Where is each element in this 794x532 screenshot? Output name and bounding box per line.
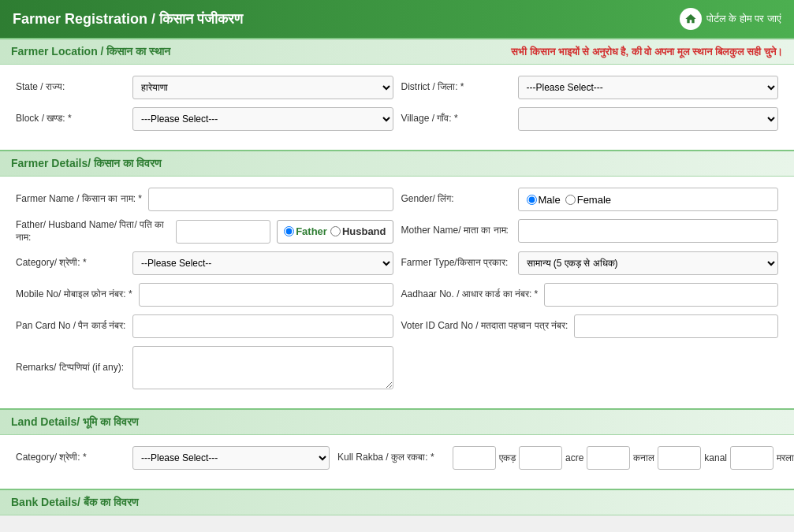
state-label: State / राज्य: xyxy=(16,81,126,94)
voter-group: Voter ID Card No / मतदाता पहचान पत्र नंब… xyxy=(401,314,779,338)
gender-label: Gender/ लिंग: xyxy=(401,193,512,206)
remarks-group: Remarks/ टिप्पणियां (if any): xyxy=(16,346,393,389)
husband-radio[interactable] xyxy=(330,226,341,236)
kanal-input[interactable] xyxy=(587,446,630,470)
block-label: Block / खण्ड: * xyxy=(16,113,126,125)
father-husband-toggle: Father Husband xyxy=(277,220,393,244)
father-husband-label: Father/ Husband Name/ पिता/ पति का नाम: xyxy=(16,219,170,244)
farmer-location-header: Farmer Location / किसान का स्थान सभी किस… xyxy=(0,38,794,65)
farmer-details-title: Farmer Details/ किसान का विवरण xyxy=(11,157,162,169)
voter-input[interactable] xyxy=(574,314,778,338)
gender-box: Male Female xyxy=(518,188,779,211)
kanal-en-input[interactable] xyxy=(658,446,701,470)
pan-group: Pan Card No / पैन कार्ड नंबर: xyxy=(16,314,393,338)
farmer-details-header: Farmer Details/ किसान का विवरण xyxy=(0,150,794,177)
kull-rakba-group: Kull Rakba / कुल रकबा: * एकड़ acre कनाल … xyxy=(337,446,794,470)
father-radio-label[interactable]: Father xyxy=(284,225,327,237)
farmer-type-group: Farmer Type/किसान प्रकार: सामान्य (5 एकड… xyxy=(401,251,779,275)
bank-details-title: Bank Details/ बैंक का विवरण xyxy=(11,496,139,508)
page-title: Farmer Registration / किसान पंजीकरण xyxy=(13,11,243,28)
farmer-name-group: Farmer Name / किसान का नाम: * xyxy=(16,188,393,211)
category-label: Category/ श्रेणी: * xyxy=(16,257,126,270)
page-header: Farmer Registration / किसान पंजीकरण पोर्… xyxy=(0,0,794,38)
block-group: Block / खण्ड: * ---Please Select--- xyxy=(16,107,393,131)
ekad-label: एकड़ xyxy=(499,452,516,463)
village-select[interactable] xyxy=(518,107,779,131)
kull-rakba-label: Kull Rakba / कुल रकबा: * xyxy=(337,452,448,464)
category-group: Category/ श्रेणी: * --Please Select-- xyxy=(16,251,393,275)
farmer-location-form: State / राज्य: हारेयाणा District / जिला:… xyxy=(0,65,794,150)
home-link-label: पोर्टल के होम पर जाएं xyxy=(706,13,781,25)
village-group: Village / गाँव: * xyxy=(401,107,779,131)
district-select[interactable]: ---Please Select--- xyxy=(518,76,779,99)
mobile-label: Mobile No/ मोबाइल फ़ोन नंबर: * xyxy=(16,288,132,301)
kanal-label: कनाल xyxy=(633,452,654,463)
home-link[interactable]: पोर्टल के होम पर जाएं xyxy=(680,8,781,30)
land-details-title: Land Details/ भूमि का विवरण xyxy=(11,415,139,428)
state-group: State / राज्य: हारेयाणा xyxy=(16,76,393,99)
farmer-type-label: Farmer Type/किसान प्रकार: xyxy=(401,257,512,270)
father-radio[interactable] xyxy=(284,226,294,236)
pan-label: Pan Card No / पैन कार्ड नंबर: xyxy=(16,320,126,333)
aadhaar-group: Aadhaar No. / आधार कार्ड का नंबर: * xyxy=(401,283,779,307)
remarks-textarea[interactable] xyxy=(132,346,393,389)
marla-input[interactable] xyxy=(730,446,773,470)
bank-details-header: Bank Details/ बैंक का विवरण xyxy=(0,489,794,515)
father-husband-input[interactable] xyxy=(176,220,270,244)
land-details-form: Category/ श्रेणी: * ---Please Select--- … xyxy=(0,435,794,489)
father-husband-group: Father/ Husband Name/ पिता/ पति का नाम: … xyxy=(16,219,393,244)
aadhaar-input[interactable] xyxy=(544,283,778,307)
farmer-location-title: Farmer Location / किसान का स्थान xyxy=(11,45,170,58)
state-select[interactable]: हारेयाणा xyxy=(132,76,393,99)
district-group: District / जिला: * ---Please Select--- xyxy=(401,76,779,99)
gender-male-label[interactable]: Male xyxy=(527,194,561,206)
husband-radio-label[interactable]: Husband xyxy=(330,225,386,237)
village-label: Village / गाँव: * xyxy=(401,113,512,125)
mother-name-group: Mother Name/ माता का नाम: xyxy=(401,219,779,243)
district-label: District / जिला: * xyxy=(401,81,512,94)
block-select[interactable]: ---Please Select--- xyxy=(132,107,393,131)
marla-label: मरला xyxy=(777,452,794,463)
acre-input[interactable] xyxy=(519,446,562,470)
land-category-label: Category/ श्रेणी: * xyxy=(16,452,126,464)
voter-label: Voter ID Card No / मतदाता पहचान पत्र नंब… xyxy=(401,320,568,333)
gender-female-radio[interactable] xyxy=(565,195,576,205)
mother-name-input[interactable] xyxy=(518,219,779,243)
farmer-type-select[interactable]: सामान्य (5 एकड़ से अधिक) xyxy=(518,251,779,275)
farmer-name-input[interactable] xyxy=(148,188,393,211)
gender-group: Gender/ लिंग: Male Female xyxy=(401,188,779,211)
gender-female-label[interactable]: Female xyxy=(565,194,611,206)
category-select[interactable]: --Please Select-- xyxy=(132,251,393,275)
ekad-input[interactable] xyxy=(453,446,496,470)
mother-name-label: Mother Name/ माता का नाम: xyxy=(401,225,512,237)
remarks-label: Remarks/ टिप्पणियां (if any): xyxy=(16,362,126,374)
acre-label: acre xyxy=(565,452,583,463)
pan-input[interactable] xyxy=(132,314,393,338)
land-category-group: Category/ श्रेणी: * ---Please Select--- xyxy=(16,446,330,470)
mobile-group: Mobile No/ मोबाइल फ़ोन नंबर: * xyxy=(16,283,393,307)
land-category-select[interactable]: ---Please Select--- xyxy=(132,446,330,470)
farmer-name-label: Farmer Name / किसान का नाम: * xyxy=(16,193,142,206)
kanal-en-label: kanal xyxy=(704,452,727,463)
kull-inputs: एकड़ acre कनाल kanal मरला marla xyxy=(453,446,794,470)
aadhaar-label: Aadhaar No. / आधार कार्ड का नंबर: * xyxy=(401,288,539,301)
gender-male-radio[interactable] xyxy=(527,195,537,205)
alert-message: सभी किसान भाइयों से अनुरोध है, की वो अपन… xyxy=(511,46,783,58)
farmer-details-form: Farmer Name / किसान का नाम: * Gender/ लि… xyxy=(0,177,794,408)
mobile-input[interactable] xyxy=(139,283,393,307)
land-details-header: Land Details/ भूमि का विवरण xyxy=(0,408,794,435)
home-icon xyxy=(680,8,702,30)
